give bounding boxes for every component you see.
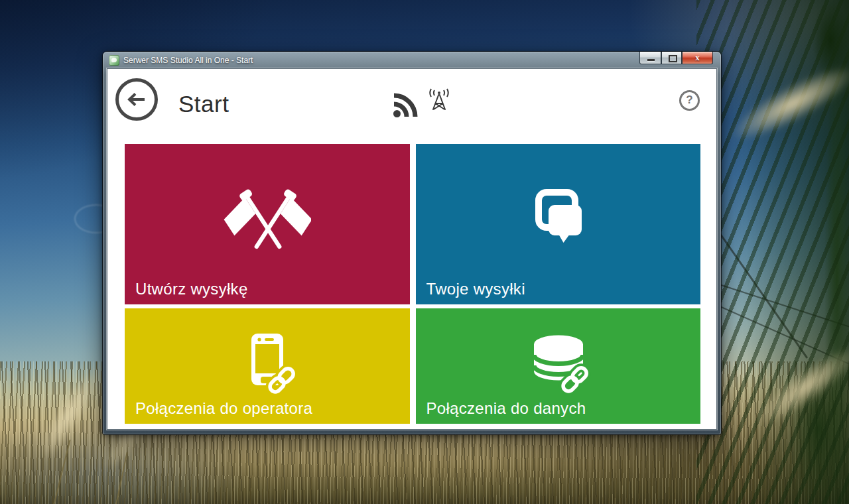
tile-label: Utwórz wysyłkę [135,280,248,298]
close-button[interactable]: x [682,52,713,64]
tile-label: Połączenia do danych [426,399,586,418]
phone-link-icon [233,330,302,396]
tile-label: Twoje wysyłki [426,280,525,298]
app-window: Serwer SMS Studio All in One - Start x S… [103,52,721,434]
tile-create-campaign[interactable]: Utwórz wysyłkę [125,144,410,304]
window-controls: x [639,52,713,64]
tile-data-connections[interactable]: Połączenia do danych [416,308,701,424]
tile-your-campaigns[interactable]: Twoje wysyłki [416,144,701,304]
help-button[interactable]: ? [679,90,700,111]
tile-label: Połączenia do operatora [135,399,312,418]
tile-operator-connections[interactable]: Połączenia do operatora [125,308,410,424]
maximize-button[interactable] [661,52,682,64]
app-icon [109,55,119,66]
page-title: Start [178,91,229,117]
broadcast-antenna-icon[interactable] [424,87,454,117]
tile-grid: Utwórz wysyłkę Twoje wysyłki [125,144,700,424]
maximize-icon [669,55,677,62]
close-icon: x [683,52,712,63]
help-icon: ? [686,94,692,106]
minimize-button[interactable] [639,52,661,64]
back-button[interactable] [115,78,158,121]
rss-icon[interactable] [392,91,420,119]
crossed-flags-icon [224,185,311,254]
database-link-icon [523,330,592,395]
window-title: Serwer SMS Studio All in One - Start [123,56,253,65]
window-content: Start ? [107,68,717,430]
chat-bubbles-icon [525,188,591,251]
title-bar[interactable]: Serwer SMS Studio All in One - Start x [103,52,721,68]
minimize-icon [647,59,655,61]
back-arrow-icon [125,88,148,111]
